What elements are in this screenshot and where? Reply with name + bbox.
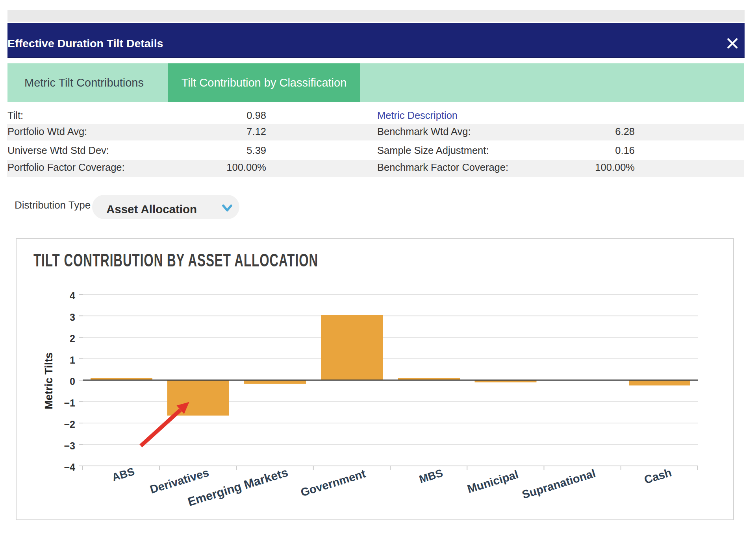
svg-text:Municipal: Municipal <box>466 468 520 495</box>
svg-text:Government: Government <box>299 467 367 499</box>
svg-text:−4: −4 <box>64 462 75 473</box>
svg-text:1: 1 <box>70 355 75 366</box>
svg-text:4: 4 <box>70 290 75 301</box>
svg-text:2: 2 <box>70 333 75 344</box>
svg-text:−1: −1 <box>64 397 75 408</box>
svg-text:ABS: ABS <box>111 465 136 484</box>
svg-text:Metric Tilts: Metric Tilts <box>43 353 55 410</box>
svg-text:−3: −3 <box>64 440 75 451</box>
svg-text:Cash: Cash <box>643 466 673 486</box>
svg-text:TILT CONTRIBUTION BY ASSET ALL: TILT CONTRIBUTION BY ASSET ALLOCATION <box>33 249 318 270</box>
svg-text:0: 0 <box>70 376 75 387</box>
svg-text:3: 3 <box>70 312 75 323</box>
svg-text:Supranational: Supranational <box>521 467 597 501</box>
svg-text:−2: −2 <box>64 419 75 430</box>
svg-text:MBS: MBS <box>418 467 445 486</box>
